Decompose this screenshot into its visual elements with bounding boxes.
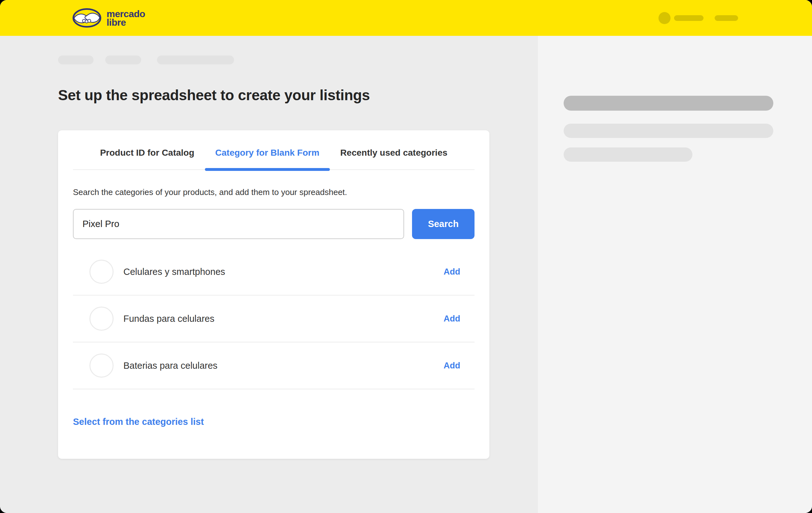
side-panel-skeleton-bar <box>563 124 773 138</box>
category-result-row: Fundas para celulares Add <box>73 296 474 342</box>
category-search-input[interactable] <box>73 209 404 239</box>
side-panel <box>538 36 812 513</box>
header-skeleton-bar <box>674 15 703 21</box>
handshake-icon <box>72 8 102 28</box>
category-result-row: Baterias para celulares Add <box>73 342 474 389</box>
category-name: Fundas para celulares <box>123 313 444 324</box>
search-results-list: Celulares y smartphones Add Fundas para … <box>73 248 474 389</box>
page-title: Set up the spreadsheet to create your li… <box>58 87 538 104</box>
tab-category-for-blank-form[interactable]: Category for Blank Form <box>205 136 330 169</box>
header-account-area <box>659 12 738 24</box>
brand-wordmark: mercado libre <box>107 9 145 27</box>
content-column: Set up the spreadsheet to create your li… <box>0 36 538 513</box>
search-button[interactable]: Search <box>412 209 474 239</box>
add-category-button[interactable]: Add <box>444 314 460 324</box>
header-skeleton-bar <box>715 15 738 21</box>
mercadolibre-logo[interactable]: mercado libre <box>72 8 145 28</box>
add-category-button[interactable]: Add <box>444 267 460 277</box>
category-thumbnail-placeholder <box>89 260 114 284</box>
category-thumbnail-placeholder <box>89 307 114 331</box>
category-thumbnail-placeholder <box>89 354 114 378</box>
tab-product-id-for-catalog[interactable]: Product ID for Catalog <box>89 136 205 169</box>
search-description: Search the categories of your products, … <box>73 187 474 197</box>
brand-wordmark-line2: libre <box>107 18 145 27</box>
search-row: Search <box>73 209 474 239</box>
side-panel-skeleton-bar <box>563 147 692 162</box>
tab-recently-used-categories[interactable]: Recently used categories <box>330 136 458 169</box>
breadcrumb <box>58 56 538 64</box>
category-setup-card: Product ID for Catalog Category for Blan… <box>58 130 489 459</box>
brand-wordmark-line1: mercado <box>107 9 145 18</box>
category-result-row: Celulares y smartphones Add <box>73 248 474 296</box>
breadcrumb-skeleton-bar <box>58 56 93 64</box>
avatar-placeholder <box>659 12 670 24</box>
select-from-categories-list-link[interactable]: Select from the categories list <box>73 417 204 427</box>
category-name: Celulares y smartphones <box>123 267 444 277</box>
side-panel-skeleton-bar <box>563 96 773 111</box>
breadcrumb-skeleton-bar <box>157 56 234 64</box>
breadcrumb-skeleton-bar <box>105 56 141 64</box>
tab-bar: Product ID for Catalog Category for Blan… <box>73 130 474 170</box>
category-name: Baterias para celulares <box>123 361 444 371</box>
top-navbar: mercado libre <box>0 0 812 36</box>
add-category-button[interactable]: Add <box>444 361 460 371</box>
page-background: mercado libre Set up the spreadsheet to … <box>0 0 812 513</box>
main-area: Set up the spreadsheet to create your li… <box>0 36 812 513</box>
